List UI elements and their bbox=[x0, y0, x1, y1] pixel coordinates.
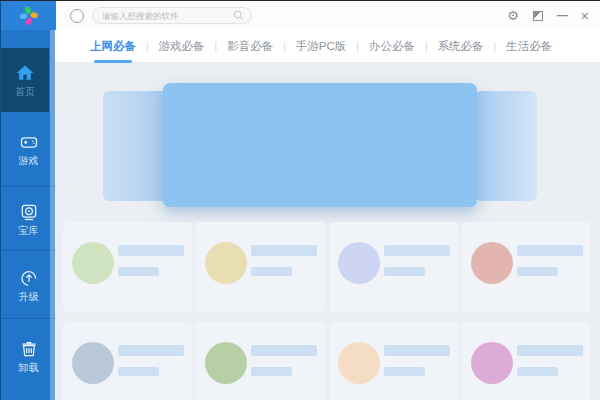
app-card[interactable] bbox=[462, 322, 591, 400]
gamepad-icon bbox=[19, 132, 39, 152]
settings-gear-icon[interactable]: ⚙ bbox=[507, 9, 519, 22]
app-desc-placeholder-bar bbox=[251, 267, 292, 276]
home-icon bbox=[15, 63, 35, 83]
app-name-placeholder-bar bbox=[517, 345, 583, 356]
app-card[interactable] bbox=[196, 222, 325, 312]
app-icon-placeholder bbox=[205, 342, 247, 384]
app-icon-placeholder bbox=[205, 242, 247, 284]
search-input[interactable] bbox=[100, 10, 233, 22]
app-name-placeholder-bar bbox=[251, 345, 317, 356]
sidebar-edge-strip bbox=[50, 30, 55, 400]
carousel-banner[interactable] bbox=[163, 83, 477, 207]
window-top-border bbox=[0, 0, 600, 1]
app-card[interactable] bbox=[462, 222, 591, 312]
app-desc-placeholder-bar bbox=[118, 267, 159, 276]
sidebar-item-label: 宝库 bbox=[19, 225, 39, 236]
app-icon-placeholder bbox=[338, 242, 380, 284]
window-controls: ⚙ — × bbox=[507, 9, 600, 23]
sidebar-item-upgrade[interactable]: 升级 bbox=[1, 250, 56, 318]
app-icon-placeholder bbox=[471, 342, 513, 384]
app-desc-placeholder-bar bbox=[251, 367, 292, 376]
main-content bbox=[55, 63, 600, 400]
skin-restore-icon[interactable] bbox=[533, 11, 543, 21]
search-box[interactable] bbox=[92, 7, 252, 24]
app-card[interactable] bbox=[63, 222, 192, 312]
flower-logo-icon bbox=[18, 5, 40, 27]
sidebar-item-label: 卸载 bbox=[19, 362, 39, 373]
app-card[interactable] bbox=[63, 322, 192, 400]
app-name-placeholder-bar bbox=[118, 345, 184, 356]
treasure-box-icon bbox=[19, 202, 39, 222]
trash-icon bbox=[19, 339, 39, 359]
sidebar-item-treasury[interactable]: 宝库 bbox=[1, 186, 56, 250]
search-icon[interactable] bbox=[233, 10, 244, 21]
tab-item-6[interactable]: 生活必备 bbox=[496, 30, 562, 63]
app-desc-placeholder-bar bbox=[384, 267, 425, 276]
app-icon-placeholder bbox=[72, 242, 114, 284]
sidebar-item-label: 升级 bbox=[19, 291, 39, 302]
app-card[interactable] bbox=[329, 222, 458, 312]
app-desc-placeholder-bar bbox=[118, 367, 159, 376]
app-name-placeholder-bar bbox=[384, 245, 450, 256]
app-desc-placeholder-bar bbox=[517, 267, 558, 276]
sidebar-item-home[interactable]: 首页 bbox=[1, 48, 49, 112]
app-name-placeholder-bar bbox=[384, 345, 450, 356]
tab-item-2[interactable]: 影音必备 bbox=[217, 30, 283, 63]
sidebar-item-games[interactable]: 游戏 bbox=[1, 112, 56, 186]
tab-item-3[interactable]: 手游PC版 bbox=[286, 30, 356, 63]
sidebar-item-label: 游戏 bbox=[19, 155, 39, 166]
app-name-placeholder-bar bbox=[251, 245, 317, 256]
tab-item-5[interactable]: 系统必备 bbox=[428, 30, 494, 63]
app-icon-placeholder bbox=[471, 242, 513, 284]
tab-item-1[interactable]: 游戏必备 bbox=[149, 30, 215, 63]
app-name-placeholder-bar bbox=[517, 245, 583, 256]
tab-item-0[interactable]: 上网必备 bbox=[80, 30, 146, 63]
category-tabs: 上网必备|游戏必备|影音必备|手游PC版|办公必备|系统必备|生活必备 bbox=[55, 30, 600, 63]
sidebar: 首页游戏宝库升级卸载 bbox=[0, 0, 55, 400]
app-icon-placeholder bbox=[338, 342, 380, 384]
carousel-prev-slide[interactable] bbox=[103, 91, 170, 201]
sidebar-item-label: 首页 bbox=[15, 86, 35, 97]
app-icon-placeholder bbox=[72, 342, 114, 384]
upgrade-icon bbox=[19, 268, 39, 288]
carousel-next-slide[interactable] bbox=[475, 91, 537, 201]
title-bar: ⚙ — × bbox=[55, 1, 600, 30]
status-circle-icon[interactable] bbox=[70, 9, 84, 23]
app-desc-placeholder-bar bbox=[517, 367, 558, 376]
sidebar-item-uninstall[interactable]: 卸载 bbox=[1, 318, 56, 392]
tab-item-4[interactable]: 办公必备 bbox=[359, 30, 425, 63]
close-icon[interactable]: × bbox=[581, 9, 589, 23]
app-name-placeholder-bar bbox=[118, 245, 184, 256]
app-card[interactable] bbox=[196, 322, 325, 400]
app-card-grid bbox=[63, 222, 595, 400]
app-desc-placeholder-bar bbox=[384, 367, 425, 376]
minimize-icon[interactable]: — bbox=[557, 10, 567, 21]
app-card[interactable] bbox=[329, 322, 458, 400]
app-logo[interactable] bbox=[1, 1, 56, 30]
